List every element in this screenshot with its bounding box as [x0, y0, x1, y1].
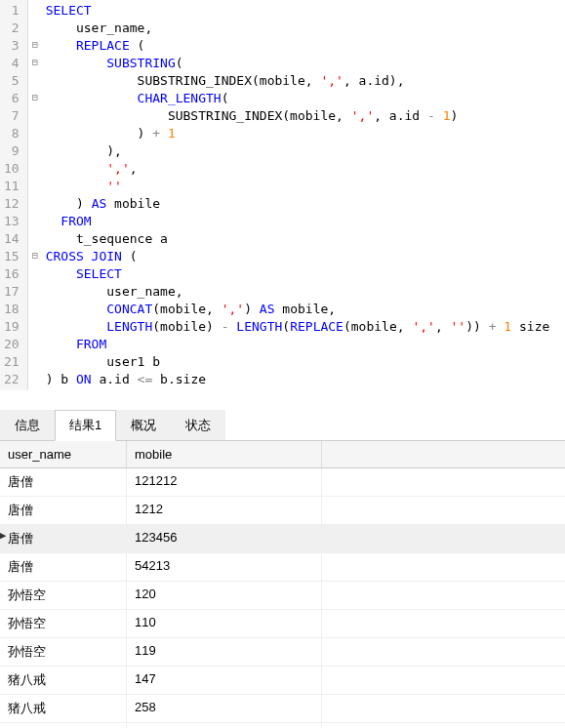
code-line[interactable]: CHAR_LENGTH(	[46, 90, 561, 107]
tab-profile[interactable]: 概况	[116, 410, 171, 440]
line-number: 10	[4, 160, 20, 178]
tab-info[interactable]: 信息	[0, 410, 55, 440]
fold-icon[interactable]: ⊟	[28, 88, 42, 105]
cell-user_name[interactable]: 唐僧	[0, 525, 127, 552]
table-row[interactable]: 孙悟空110	[0, 610, 565, 638]
line-number: 1	[4, 2, 20, 20]
code-line[interactable]: CROSS JOIN (	[46, 248, 561, 265]
tab-result1[interactable]: 结果1	[55, 410, 116, 441]
fold-icon	[28, 281, 42, 299]
line-number: 21	[4, 353, 20, 371]
cell-user_name[interactable]: 猪八戒	[0, 667, 127, 694]
code-line[interactable]: user1 b	[46, 353, 561, 371]
code-line[interactable]: REPLACE (	[46, 37, 561, 55]
cell-mobile[interactable]: 123456	[127, 525, 322, 552]
code-line[interactable]: LENGTH(mobile) - LENGTH(REPLACE(mobile, …	[46, 318, 561, 336]
fold-icon	[28, 299, 42, 316]
table-row[interactable]: 孙悟空119	[0, 638, 565, 667]
cell-mobile[interactable]: 1212	[127, 497, 322, 524]
line-number: 18	[4, 301, 20, 318]
cell-mobile[interactable]: 258	[127, 695, 322, 722]
fold-icon	[28, 158, 42, 176]
cell-mobile[interactable]: 119	[127, 638, 322, 666]
code-line[interactable]: FROM	[46, 213, 561, 230]
result-grid: user_name mobile 唐僧121212唐僧1212▶唐僧123456…	[0, 441, 565, 728]
cell-user_name[interactable]: 孙悟空	[0, 610, 127, 637]
line-number: 15	[4, 248, 20, 265]
column-header-user_name[interactable]: user_name	[0, 441, 127, 467]
code-line[interactable]: ),	[46, 142, 561, 160]
code-line[interactable]: user_name,	[46, 20, 561, 37]
code-line[interactable]: ) b ON a.id <= b.size	[46, 371, 561, 388]
code-line[interactable]: ) + 1	[46, 125, 561, 142]
line-number: 6	[4, 90, 20, 107]
grid-header: user_name mobile	[0, 441, 565, 468]
result-tabs: 信息结果1概况状态	[0, 410, 565, 441]
fold-icon[interactable]: ⊟	[28, 246, 42, 263]
cell-mobile[interactable]: 147	[127, 667, 322, 694]
code-line[interactable]: ',',	[46, 160, 561, 178]
line-number: 4	[4, 55, 20, 72]
fold-icon	[28, 316, 42, 334]
code-line[interactable]: FROM	[46, 336, 561, 353]
line-number: 19	[4, 318, 20, 336]
line-number: 2	[4, 20, 20, 37]
cell-user_name[interactable]: 唐僧	[0, 553, 127, 581]
fold-icon	[28, 70, 42, 88]
code-line[interactable]: ''	[46, 178, 561, 195]
tab-status[interactable]: 状态	[171, 410, 225, 440]
table-row[interactable]: 孙悟空120	[0, 582, 565, 610]
fold-icon	[28, 369, 42, 386]
table-row[interactable]: 猪八戒147	[0, 667, 565, 695]
cell-user_name[interactable]: 唐僧	[0, 497, 127, 524]
code-line[interactable]: SELECT	[46, 2, 561, 20]
table-row[interactable]: 猪八戒258	[0, 695, 565, 723]
line-number: 8	[4, 125, 20, 142]
cell-mobile[interactable]: 120	[127, 582, 322, 609]
line-number: 9	[4, 142, 20, 160]
code-line[interactable]: t_sequence a	[46, 230, 561, 248]
fold-icon	[28, 351, 42, 369]
fold-icon	[28, 0, 42, 18]
row-marker-icon: ▶	[0, 529, 6, 542]
fold-icon	[28, 105, 42, 123]
code-line[interactable]: ) AS mobile	[46, 195, 561, 213]
fold-column: ⊟⊟⊟⊟	[28, 0, 42, 390]
column-header-mobile[interactable]: mobile	[127, 441, 322, 467]
fold-icon	[28, 193, 42, 211]
code-line[interactable]: SUBSTRING_INDEX(mobile, ',', a.id - 1)	[46, 107, 561, 125]
table-row[interactable]: 唐僧121212	[0, 468, 565, 497]
fold-icon	[28, 123, 42, 141]
line-number: 12	[4, 195, 20, 213]
cell-user_name[interactable]: 孙悟空	[0, 582, 127, 609]
cell-mobile[interactable]: 121212	[127, 468, 322, 496]
fold-icon	[28, 228, 42, 246]
code-line[interactable]: user_name,	[46, 283, 561, 301]
line-number: 11	[4, 178, 20, 195]
fold-icon	[28, 176, 42, 193]
line-number: 20	[4, 336, 20, 353]
line-number: 7	[4, 107, 20, 125]
cell-mobile[interactable]: 110	[127, 610, 322, 637]
cell-mobile[interactable]: 54213	[127, 553, 322, 581]
code-area[interactable]: SELECT user_name, REPLACE ( SUBSTRING( S…	[42, 0, 565, 390]
table-row[interactable]: 唐僧1212	[0, 497, 565, 525]
code-line[interactable]: SUBSTRING(	[46, 55, 561, 72]
line-number: 14	[4, 230, 20, 248]
cell-user_name[interactable]: 猪八戒	[0, 695, 127, 722]
cell-mobile[interactable]: 369	[127, 723, 322, 728]
fold-icon[interactable]: ⊟	[28, 53, 42, 70]
code-line[interactable]: SUBSTRING_INDEX(mobile, ',', a.id),	[46, 72, 561, 90]
cell-user_name[interactable]: 唐僧	[0, 468, 127, 496]
cell-user_name[interactable]: 孙悟空	[0, 638, 127, 666]
cell-user_name[interactable]: 猪八戒	[0, 723, 127, 728]
fold-icon	[28, 211, 42, 228]
code-line[interactable]: SELECT	[46, 265, 561, 283]
code-line[interactable]: CONCAT(mobile, ',') AS mobile,	[46, 301, 561, 318]
table-row[interactable]: 唐僧54213	[0, 553, 565, 582]
code-editor[interactable]: 12345678910111213141516171819202122 ⊟⊟⊟⊟…	[0, 0, 565, 390]
line-number: 3	[4, 37, 20, 55]
fold-icon[interactable]: ⊟	[28, 35, 42, 53]
table-row[interactable]: ▶唐僧123456	[0, 525, 565, 553]
table-row[interactable]: 猪八戒369	[0, 723, 565, 728]
